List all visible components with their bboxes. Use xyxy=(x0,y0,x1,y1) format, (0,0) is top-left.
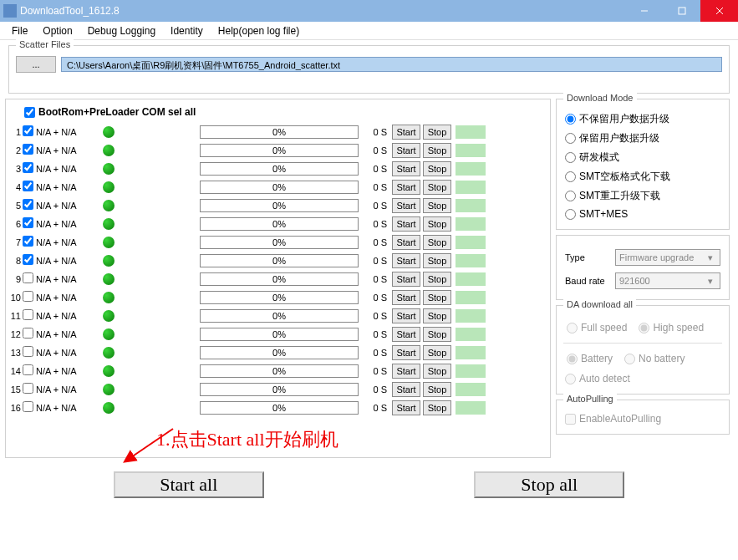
row-start-button[interactable]: Start xyxy=(392,125,420,140)
progress-bar: 0% xyxy=(200,162,359,176)
row-checkbox[interactable] xyxy=(23,309,33,320)
close-button[interactable] xyxy=(700,0,738,22)
row-start-button[interactable]: Start xyxy=(392,235,420,250)
menu-option[interactable]: Option xyxy=(36,23,79,38)
menu-debug-logging[interactable]: Debug Logging xyxy=(81,23,162,38)
row-number: 10 xyxy=(9,293,21,303)
dm-label-0: 不保留用户数据升级 xyxy=(579,112,669,126)
row-number: 7 xyxy=(9,237,21,247)
dm-radio-0[interactable] xyxy=(565,114,576,125)
dm-radio-1[interactable] xyxy=(565,133,576,144)
row-start-button[interactable]: Start xyxy=(392,364,420,379)
row-number: 11 xyxy=(9,311,21,321)
row-start-button[interactable]: Start xyxy=(392,143,420,158)
row-start-button[interactable]: Start xyxy=(392,400,420,415)
row-start-button[interactable]: Start xyxy=(392,290,420,305)
row-stop-button[interactable]: Stop xyxy=(423,161,451,176)
row-checkbox[interactable] xyxy=(23,125,33,136)
da-full-radio xyxy=(567,323,578,333)
dm-label-4: SMT重工升级下载 xyxy=(579,189,660,203)
row-checkbox[interactable] xyxy=(23,291,33,302)
row-number: 16 xyxy=(9,403,21,413)
row-label: N/A + N/A xyxy=(36,293,98,303)
row-checkbox[interactable] xyxy=(23,401,33,412)
start-all-button[interactable]: Start all xyxy=(114,471,264,498)
status-dot-icon xyxy=(103,163,115,175)
row-start-button[interactable]: Start xyxy=(392,161,420,176)
dm-radio-4[interactable] xyxy=(565,191,576,201)
row-checkbox[interactable] xyxy=(23,144,33,155)
dm-radio-2[interactable] xyxy=(565,152,576,163)
row-label: N/A + N/A xyxy=(36,366,98,376)
dm-radio-5[interactable] xyxy=(565,209,576,220)
status-dot-icon xyxy=(103,255,115,267)
row-checkbox[interactable] xyxy=(23,236,33,247)
elapsed-time: 0 S xyxy=(364,329,387,339)
row-stop-button[interactable]: Stop xyxy=(423,290,451,305)
row-checkbox[interactable] xyxy=(23,181,33,191)
row-start-button[interactable]: Start xyxy=(392,216,420,232)
row-stop-button[interactable]: Stop xyxy=(423,235,451,250)
row-checkbox[interactable] xyxy=(23,162,33,173)
stop-all-button[interactable]: Stop all xyxy=(474,471,624,498)
device-row: 12N/A + N/A0%0 SStartStop xyxy=(9,325,547,344)
row-number: 5 xyxy=(9,201,21,211)
menu-bar: File Option Debug Logging Identity Help(… xyxy=(0,22,738,40)
baud-combo[interactable]: 921600▾ xyxy=(615,272,720,289)
app-icon xyxy=(3,4,17,18)
row-checkbox[interactable] xyxy=(23,364,33,375)
row-checkbox[interactable] xyxy=(23,346,33,357)
progress-bar: 0% xyxy=(200,272,359,286)
row-checkbox[interactable] xyxy=(23,272,33,283)
row-stop-button[interactable]: Stop xyxy=(423,308,451,323)
elapsed-time: 0 S xyxy=(364,274,387,284)
menu-file[interactable]: File xyxy=(5,23,34,38)
row-stop-button[interactable]: Stop xyxy=(423,327,451,342)
device-row: 16N/A + N/A0%0 SStartStop xyxy=(9,399,547,417)
row-stop-button[interactable]: Stop xyxy=(423,143,451,158)
scatter-browse-button[interactable]: ... xyxy=(16,56,56,73)
row-checkbox[interactable] xyxy=(23,254,33,265)
scatter-legend: Scatter Files xyxy=(16,39,74,49)
dm-radio-3[interactable] xyxy=(565,171,576,182)
row-number: 1 xyxy=(9,127,21,137)
elapsed-time: 0 S xyxy=(364,145,387,155)
row-stop-button[interactable]: Stop xyxy=(423,198,451,213)
row-stop-button[interactable]: Stop xyxy=(423,382,451,397)
status-color-box xyxy=(456,291,486,304)
row-checkbox[interactable] xyxy=(23,383,33,394)
row-checkbox[interactable] xyxy=(23,328,33,339)
row-stop-button[interactable]: Stop xyxy=(423,216,451,232)
row-label: N/A + N/A xyxy=(36,384,98,395)
row-stop-button[interactable]: Stop xyxy=(423,180,451,195)
progress-bar: 0% xyxy=(200,309,359,323)
row-start-button[interactable]: Start xyxy=(392,198,420,213)
maximize-button[interactable] xyxy=(663,0,700,22)
menu-identity[interactable]: Identity xyxy=(164,23,210,38)
minimize-button[interactable] xyxy=(625,0,663,22)
row-stop-button[interactable]: Stop xyxy=(423,125,451,140)
row-stop-button[interactable]: Stop xyxy=(423,400,451,415)
scatter-path-field[interactable]: C:\Users\Aaron\桌面\R9刷机资料\固件\MT6755_Andro… xyxy=(61,57,722,72)
row-start-button[interactable]: Start xyxy=(392,253,420,268)
row-stop-button[interactable]: Stop xyxy=(423,364,451,379)
row-start-button[interactable]: Start xyxy=(392,308,420,323)
row-start-button[interactable]: Start xyxy=(392,180,420,195)
row-start-button[interactable]: Start xyxy=(392,327,420,342)
row-checkbox[interactable] xyxy=(23,199,33,210)
menu-help[interactable]: Help(open log file) xyxy=(211,23,306,38)
row-number: 15 xyxy=(9,384,21,395)
row-start-button[interactable]: Start xyxy=(392,382,420,397)
select-all-checkbox[interactable] xyxy=(24,107,35,118)
type-combo[interactable]: Firmware upgrade▾ xyxy=(615,249,720,266)
elapsed-time: 0 S xyxy=(364,366,387,376)
autopulling-label: EnableAutoPulling xyxy=(579,413,661,425)
row-checkbox[interactable] xyxy=(23,217,33,228)
row-start-button[interactable]: Start xyxy=(392,345,420,360)
row-stop-button[interactable]: Stop xyxy=(423,253,451,268)
row-start-button[interactable]: Start xyxy=(392,272,420,287)
row-stop-button[interactable]: Stop xyxy=(423,272,451,287)
progress-bar: 0% xyxy=(200,236,359,249)
dm-label-2: 研发模式 xyxy=(579,150,619,165)
row-stop-button[interactable]: Stop xyxy=(423,345,451,360)
